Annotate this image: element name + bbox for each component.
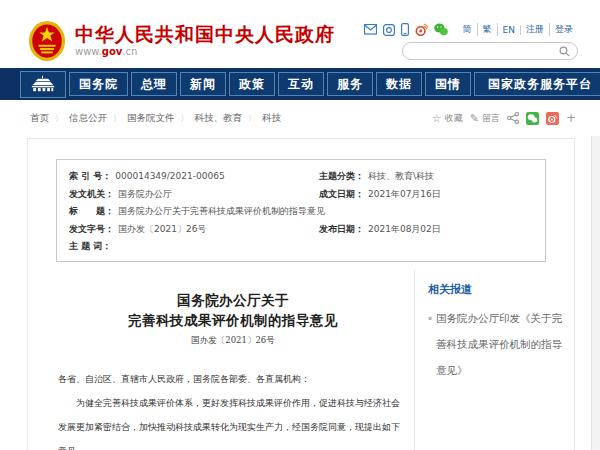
meta-index-label: 索 引 号： xyxy=(69,168,111,186)
nav-item-policy[interactable]: 政策 xyxy=(229,72,275,96)
related-reports-sidebar: 相关报道 ▪ 国务院办公厅印发《关于完善科技成果评价机制的指导意见》 xyxy=(414,270,574,450)
article-doc-number: 国办发〔2021〕26号 xyxy=(58,335,408,347)
article-body: 各省、自治区、直辖市人民政府，国务院各部委、各直属机构： 为健全完善科技成果评价… xyxy=(58,367,408,450)
url-cn: .cn xyxy=(122,46,137,57)
meta-title-label: 标 题： xyxy=(69,203,114,221)
meta-written-date-value: 2021年07月16日 xyxy=(368,186,441,204)
breadcrumb: 首页 〉 信息公开 〉 国务院文件 〉 科技、教育 〉 科技 xyxy=(30,112,281,125)
site-header: 中华人民共和国中央人民政府 www.gov.cn xyxy=(0,0,600,68)
related-report-text[interactable]: 国务院办公厅印发《关于完善科技成果评价机制的指导意见》 xyxy=(436,305,566,383)
meta-row: 索 引 号： 000014349/2021-00065 主题分类： 科技、教育\… xyxy=(69,168,533,186)
title-block: 中华人民共和国中央人民政府 www.gov.cn xyxy=(75,23,335,59)
breadcrumb-bar: 首页 〉 信息公开 〉 国务院文件 〉 科技、教育 〉 科技 ☆ 收藏 ✎ 留言 xyxy=(0,100,600,136)
article-paragraph: 为健全完善科技成果评价体系，更好发挥科技成果评价作用，促进科技与经济社会发展更加… xyxy=(58,391,408,450)
favorite-label: 收藏 xyxy=(445,112,463,125)
pen-icon: ✎ xyxy=(470,113,479,124)
chevron-right-icon: 〉 xyxy=(55,113,63,124)
lang-english[interactable]: EN xyxy=(498,25,521,35)
search-box[interactable] xyxy=(402,42,578,60)
article-title-line1: 国务院办公厅关于 xyxy=(58,290,408,310)
client-app-icon[interactable] xyxy=(383,24,395,36)
header-utilities: 简 繁 EN 注册 登录 xyxy=(364,23,578,68)
register-link[interactable]: 注册 xyxy=(521,23,550,36)
login-link[interactable]: 登录 xyxy=(550,23,578,36)
document-meta-table: 索 引 号： 000014349/2021-00065 主题分类： 科技、教育\… xyxy=(56,159,546,262)
nav-item-gov-service-platform[interactable]: 国家政务服务平台 xyxy=(474,72,600,96)
nav-item-services[interactable]: 服务 xyxy=(327,72,373,96)
nav-item-interaction[interactable]: 互动 xyxy=(278,72,324,96)
chevron-right-icon: 〉 xyxy=(181,113,189,124)
meta-index-value: 000014349/2021-00065 xyxy=(115,168,224,186)
weibo-icon[interactable] xyxy=(415,23,428,36)
article: 国务院办公厅关于 完善科技成果评价机制的指导意见 国办发〔2021〕26号 各省… xyxy=(28,270,414,450)
crumb-info-disclosure[interactable]: 信息公开 xyxy=(69,112,107,125)
meta-org-label: 发文机关： xyxy=(69,186,114,204)
wechat-icon xyxy=(526,112,539,125)
bullet-icon: ▪ xyxy=(428,305,432,383)
article-salutation: 各省、自治区、直辖市人民政府，国务院各部委、各直属机构： xyxy=(58,367,408,391)
meta-row: 标 题： 国务院办公厅关于完善科技成果评价机制的指导意见 xyxy=(69,203,533,221)
main-nav: 国务院 总理 新闻 政策 互动 服务 数据 国情 国家政务服务平台 xyxy=(0,68,600,100)
chevron-right-icon: 〉 xyxy=(248,113,256,124)
share-wechat-button[interactable] xyxy=(526,112,539,125)
star-icon: ☆ xyxy=(432,113,442,124)
scrollbar[interactable] xyxy=(591,136,600,450)
email-icon[interactable] xyxy=(364,24,377,35)
national-emblem-icon xyxy=(28,20,66,62)
share-icon[interactable] xyxy=(507,112,519,124)
more-share-button[interactable]: + xyxy=(566,111,576,125)
url-gov: gov xyxy=(102,46,123,57)
tiananmen-icon xyxy=(30,75,56,92)
meta-docno-value: 国办发〔2021〕26号 xyxy=(118,221,206,239)
search-input[interactable] xyxy=(413,46,559,57)
nav-item-premier[interactable]: 总理 xyxy=(131,72,177,96)
meta-org-value: 国务院办公厅 xyxy=(118,186,172,204)
meta-keywords-label: 主 题 词： xyxy=(69,238,111,256)
wechat-icon[interactable] xyxy=(434,23,448,36)
content-row: 国务院办公厅关于 完善科技成果评价机制的指导意见 国办发〔2021〕26号 各省… xyxy=(28,270,574,450)
lang-simplified[interactable]: 简 xyxy=(458,23,478,36)
mobile-icon[interactable] xyxy=(401,23,409,36)
article-title: 国务院办公厅关于 完善科技成果评价机制的指导意见 xyxy=(58,290,408,330)
meta-row: 发文机关： 国务院办公厅 成文日期： 2021年07月16日 xyxy=(69,186,533,204)
crumb-sci-tech-education[interactable]: 科技、教育 xyxy=(195,112,243,125)
comment-label: 留言 xyxy=(482,112,500,125)
nav-item-news[interactable]: 新闻 xyxy=(180,72,226,96)
site-url: www.gov.cn xyxy=(75,45,335,59)
meta-topic-value: 科技、教育\科技 xyxy=(368,168,434,186)
meta-row: 主 题 词： xyxy=(69,238,533,256)
article-title-line2: 完善科技成果评价机制的指导意见 xyxy=(58,310,408,330)
nav-item-state-council[interactable]: 国务院 xyxy=(69,72,128,96)
utility-icons-row: 简 繁 EN 注册 登录 xyxy=(364,23,578,36)
meta-published-date-value: 2021年08月02日 xyxy=(368,221,441,239)
meta-written-date-label: 成文日期： xyxy=(319,186,364,204)
crumb-sci-tech: 科技 xyxy=(262,112,281,125)
weibo-icon xyxy=(546,112,559,125)
meta-published-date-label: 发布日期： xyxy=(319,221,364,239)
crumb-state-council-docs[interactable]: 国务院文件 xyxy=(127,112,175,125)
meta-row: 发文字号： 国办发〔2021〕26号 发布日期： 2021年08月02日 xyxy=(69,221,533,239)
meta-title-value: 国务院办公厅关于完善科技成果评价机制的指导意见 xyxy=(118,203,325,221)
share-weibo-button[interactable] xyxy=(546,112,559,125)
nav-item-national-conditions[interactable]: 国情 xyxy=(425,72,471,96)
related-reports-title: 相关报道 xyxy=(428,282,566,297)
meta-docno-label: 发文字号： xyxy=(69,221,114,239)
favorite-button[interactable]: ☆ 收藏 xyxy=(432,112,463,125)
url-www: www. xyxy=(75,46,102,57)
site-branding[interactable]: 中华人民共和国中央人民政府 www.gov.cn xyxy=(28,20,335,62)
page-toolbar: ☆ 收藏 ✎ 留言 + xyxy=(432,111,576,125)
nav-item-data[interactable]: 数据 xyxy=(376,72,422,96)
site-title: 中华人民共和国中央人民政府 xyxy=(75,23,335,45)
lang-traditional[interactable]: 繁 xyxy=(478,23,498,36)
language-links: 简 繁 EN 注册 登录 xyxy=(458,23,578,36)
nav-home[interactable] xyxy=(20,71,66,98)
chevron-right-icon: 〉 xyxy=(113,113,121,124)
search-icon[interactable] xyxy=(559,46,570,57)
document-container: 索 引 号： 000014349/2021-00065 主题分类： 科技、教育\… xyxy=(27,138,575,450)
meta-topic-label: 主题分类： xyxy=(319,168,364,186)
comment-button[interactable]: ✎ 留言 xyxy=(470,112,500,125)
crumb-home[interactable]: 首页 xyxy=(30,112,49,125)
related-report-link[interactable]: ▪ 国务院办公厅印发《关于完善科技成果评价机制的指导意见》 xyxy=(428,305,566,383)
